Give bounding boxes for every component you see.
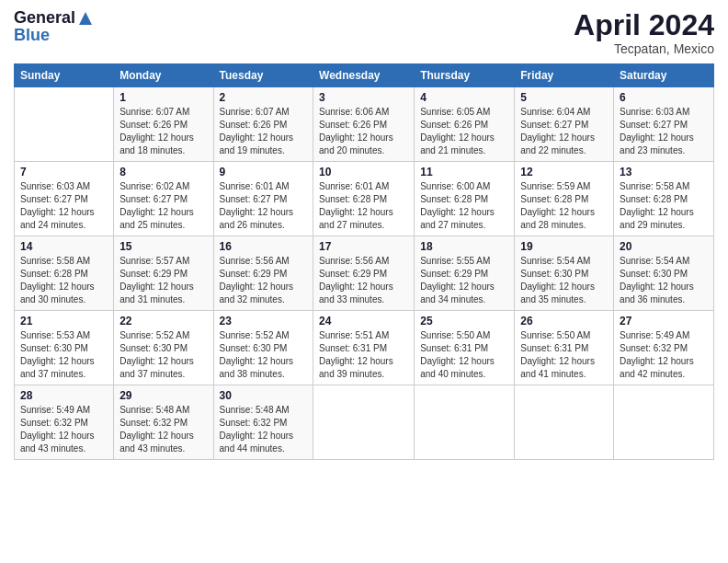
day-cell: 3 Sunrise: 6:06 AMSunset: 6:26 PMDayligh… [313, 87, 415, 162]
day-info: Sunrise: 5:50 AMSunset: 6:31 PMDaylight:… [420, 329, 508, 381]
day-cell: 20 Sunrise: 5:54 AMSunset: 6:30 PMDaylig… [614, 236, 714, 311]
day-cell: 10 Sunrise: 6:01 AMSunset: 6:28 PMDaylig… [313, 162, 415, 236]
day-number: 16 [220, 240, 308, 253]
day-number: 27 [620, 315, 708, 327]
day-info: Sunrise: 6:00 AMSunset: 6:28 PMDaylight:… [420, 180, 508, 232]
day-number: 1 [119, 91, 207, 104]
page-container: General Blue April 2024 Tecpatan, Mexico… [0, 0, 728, 469]
day-info: Sunrise: 5:54 AMSunset: 6:30 PMDaylight:… [620, 255, 708, 306]
day-info: Sunrise: 6:07 AMSunset: 6:26 PMDaylight:… [220, 106, 308, 157]
day-cell: 6 Sunrise: 6:03 AMSunset: 6:27 PMDayligh… [614, 87, 714, 162]
day-cell [515, 385, 614, 460]
col-tuesday: Tuesday [213, 64, 313, 87]
col-friday: Friday [515, 64, 614, 87]
day-cell: 12 Sunrise: 5:59 AMSunset: 6:28 PMDaylig… [515, 162, 614, 236]
day-cell: 17 Sunrise: 5:56 AMSunset: 6:29 PMDaylig… [313, 236, 415, 311]
day-info: Sunrise: 6:01 AMSunset: 6:27 PMDaylight:… [220, 180, 308, 232]
day-info: Sunrise: 6:03 AMSunset: 6:27 PMDaylight:… [20, 180, 108, 232]
day-info: Sunrise: 5:52 AMSunset: 6:30 PMDaylight:… [119, 329, 207, 381]
week-row-2: 14 Sunrise: 5:58 AMSunset: 6:28 PMDaylig… [15, 236, 714, 311]
day-number: 26 [520, 315, 608, 327]
day-number: 17 [319, 240, 408, 253]
logo-text: General [14, 9, 94, 28]
day-info: Sunrise: 5:58 AMSunset: 6:28 PMDaylight:… [20, 255, 108, 306]
day-cell [415, 385, 515, 460]
day-number: 2 [220, 91, 308, 104]
day-cell: 4 Sunrise: 6:05 AMSunset: 6:26 PMDayligh… [415, 87, 515, 162]
day-number: 7 [20, 166, 108, 178]
day-cell: 14 Sunrise: 5:58 AMSunset: 6:28 PMDaylig… [15, 236, 114, 311]
day-cell: 28 Sunrise: 5:49 AMSunset: 6:32 PMDaylig… [15, 385, 114, 460]
header-row: Sunday Monday Tuesday Wednesday Thursday… [15, 64, 714, 87]
day-cell: 24 Sunrise: 5:51 AMSunset: 6:31 PMDaylig… [313, 311, 415, 385]
day-cell: 30 Sunrise: 5:48 AMSunset: 6:32 PMDaylig… [213, 385, 313, 460]
day-number: 14 [20, 240, 108, 253]
day-info: Sunrise: 5:49 AMSunset: 6:32 PMDaylight:… [20, 404, 108, 455]
day-number: 21 [20, 315, 108, 327]
day-info: Sunrise: 5:53 AMSunset: 6:30 PMDaylight:… [20, 329, 108, 381]
day-info: Sunrise: 5:48 AMSunset: 6:32 PMDaylight:… [119, 404, 207, 455]
location: Tecpatan, Mexico [574, 41, 714, 56]
day-info: Sunrise: 6:07 AMSunset: 6:26 PMDaylight:… [119, 106, 207, 157]
col-thursday: Thursday [415, 64, 515, 87]
day-info: Sunrise: 5:58 AMSunset: 6:28 PMDaylight:… [620, 180, 708, 232]
day-cell: 18 Sunrise: 5:55 AMSunset: 6:29 PMDaylig… [415, 236, 515, 311]
day-cell: 1 Sunrise: 6:07 AMSunset: 6:26 PMDayligh… [114, 87, 213, 162]
day-cell [15, 87, 114, 162]
day-info: Sunrise: 6:03 AMSunset: 6:27 PMDaylight:… [620, 106, 708, 157]
day-number: 11 [420, 166, 508, 178]
day-info: Sunrise: 5:56 AMSunset: 6:29 PMDaylight:… [220, 255, 308, 306]
day-cell: 26 Sunrise: 5:50 AMSunset: 6:31 PMDaylig… [515, 311, 614, 385]
day-cell: 9 Sunrise: 6:01 AMSunset: 6:27 PMDayligh… [213, 162, 313, 236]
day-number: 6 [620, 91, 708, 104]
day-info: Sunrise: 6:02 AMSunset: 6:27 PMDaylight:… [119, 180, 207, 232]
day-number: 5 [520, 91, 608, 104]
svg-marker-0 [79, 12, 92, 25]
day-info: Sunrise: 5:51 AMSunset: 6:31 PMDaylight:… [319, 329, 408, 381]
day-number: 4 [420, 91, 508, 104]
day-number: 10 [319, 166, 408, 178]
day-cell: 19 Sunrise: 5:54 AMSunset: 6:30 PMDaylig… [515, 236, 614, 311]
day-cell: 22 Sunrise: 5:52 AMSunset: 6:30 PMDaylig… [114, 311, 213, 385]
day-info: Sunrise: 6:04 AMSunset: 6:27 PMDaylight:… [520, 106, 608, 157]
logo: General Blue [14, 9, 94, 45]
day-number: 13 [620, 166, 708, 178]
header: General Blue April 2024 Tecpatan, Mexico [14, 9, 714, 56]
logo-blue: Blue [14, 26, 94, 45]
day-number: 28 [20, 389, 108, 402]
day-info: Sunrise: 5:56 AMSunset: 6:29 PMDaylight:… [319, 255, 408, 306]
day-info: Sunrise: 6:01 AMSunset: 6:28 PMDaylight:… [319, 180, 408, 232]
title-block: April 2024 Tecpatan, Mexico [574, 9, 714, 56]
day-number: 30 [220, 389, 308, 402]
day-cell: 8 Sunrise: 6:02 AMSunset: 6:27 PMDayligh… [114, 162, 213, 236]
day-cell: 29 Sunrise: 5:48 AMSunset: 6:32 PMDaylig… [114, 385, 213, 460]
col-wednesday: Wednesday [313, 64, 415, 87]
day-number: 24 [319, 315, 408, 327]
col-sunday: Sunday [15, 64, 114, 87]
day-cell: 7 Sunrise: 6:03 AMSunset: 6:27 PMDayligh… [15, 162, 114, 236]
calendar-table: Sunday Monday Tuesday Wednesday Thursday… [14, 63, 714, 460]
col-saturday: Saturday [614, 64, 714, 87]
day-cell: 27 Sunrise: 5:49 AMSunset: 6:32 PMDaylig… [614, 311, 714, 385]
day-number: 15 [119, 240, 207, 253]
week-row-3: 21 Sunrise: 5:53 AMSunset: 6:30 PMDaylig… [15, 311, 714, 385]
logo-icon [77, 10, 94, 27]
day-info: Sunrise: 5:48 AMSunset: 6:32 PMDaylight:… [220, 404, 308, 455]
day-info: Sunrise: 6:06 AMSunset: 6:26 PMDaylight:… [319, 106, 408, 157]
week-row-4: 28 Sunrise: 5:49 AMSunset: 6:32 PMDaylig… [15, 385, 714, 460]
day-info: Sunrise: 5:57 AMSunset: 6:29 PMDaylight:… [119, 255, 207, 306]
day-info: Sunrise: 5:50 AMSunset: 6:31 PMDaylight:… [520, 329, 608, 381]
day-number: 23 [220, 315, 308, 327]
day-number: 29 [119, 389, 207, 402]
week-row-1: 7 Sunrise: 6:03 AMSunset: 6:27 PMDayligh… [15, 162, 714, 236]
day-number: 19 [520, 240, 608, 253]
day-cell: 25 Sunrise: 5:50 AMSunset: 6:31 PMDaylig… [415, 311, 515, 385]
day-info: Sunrise: 5:54 AMSunset: 6:30 PMDaylight:… [520, 255, 608, 306]
day-cell: 11 Sunrise: 6:00 AMSunset: 6:28 PMDaylig… [415, 162, 515, 236]
day-cell: 21 Sunrise: 5:53 AMSunset: 6:30 PMDaylig… [15, 311, 114, 385]
day-info: Sunrise: 5:59 AMSunset: 6:28 PMDaylight:… [520, 180, 608, 232]
day-number: 20 [620, 240, 708, 253]
day-cell: 13 Sunrise: 5:58 AMSunset: 6:28 PMDaylig… [614, 162, 714, 236]
day-info: Sunrise: 5:52 AMSunset: 6:30 PMDaylight:… [220, 329, 308, 381]
week-row-0: 1 Sunrise: 6:07 AMSunset: 6:26 PMDayligh… [15, 87, 714, 162]
